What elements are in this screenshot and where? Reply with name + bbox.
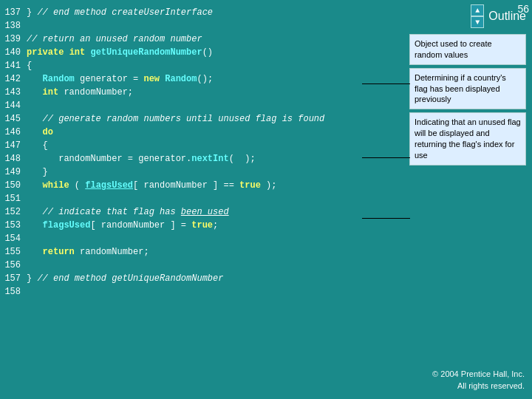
code-line-143: 143 int randomNumber; [0,86,384,99]
code-line-156: 156 [0,259,384,272]
line-num: 137 [0,6,27,19]
code-content [27,99,32,112]
code-line-145: 145 // generate random numbers until unu… [0,112,384,126]
line-num: 143 [0,86,27,99]
line-num: 146 [0,126,27,139]
code-line-147: 147 { [0,139,384,152]
code-line-141: 141 { [0,59,384,72]
code-line-158: 158 [0,285,384,299]
code-content [27,259,32,272]
code-content: // generate random numbers until unused … [27,112,324,126]
code-content: int randomNumber; [27,86,133,99]
code-line-144: 144 [0,99,384,112]
nav-down-arrow[interactable]: ▼ [471,16,484,28]
code-line-148: 148 randomNumber = generator.nextInt( ); [0,152,384,166]
line-num: 147 [0,139,27,152]
code-line-152: 152 // indicate that flag has been used [0,205,384,219]
line-num: 145 [0,112,27,126]
code-content [27,192,32,205]
page-number: 56 [517,3,529,15]
annotation-text-2: Determining if a country's flag has been… [415,73,506,104]
annotation-box-3: Indicating that an unused flag will be d… [409,112,526,165]
code-content: Random generator = new Random(); [27,72,213,86]
code-content [27,232,32,245]
footer-line2: All rights reserved. [432,381,525,392]
line-num: 152 [0,205,27,219]
code-line-137: 137 } // end method createUserInterface [0,6,384,19]
line-num: 153 [0,219,27,232]
code-content: { [27,139,48,152]
code-line-138: 138 [0,19,384,33]
code-content: private int getUniqueRandomNumber() [27,46,213,59]
code-content: flagsUsed[ randomNumber ] = true; [27,219,218,232]
line-num: 150 [0,179,27,192]
line-num: 151 [0,192,27,205]
footer-line1: © 2004 Prentice Hall, Inc. [432,369,525,380]
code-content: return randomNumber; [27,245,149,259]
code-content: do [27,126,53,139]
code-line-157: 157 } // end method getUniqueRandomNumbe… [0,272,384,285]
code-content: // indicate that flag has been used [27,205,229,219]
line-num: 144 [0,99,27,112]
line-num: 141 [0,59,27,72]
code-line-150: 150 while ( flagsUsed[ randomNumber ] ==… [0,179,384,192]
code-line-151: 151 [0,192,384,205]
code-content: } // end method createUserInterface [27,6,213,19]
code-line-139: 139 // return an unused random number [0,33,384,46]
code-content: { [27,59,32,72]
line-num: 139 [0,33,27,46]
line-num: 149 [0,166,27,179]
code-content: } [27,166,48,179]
code-line-155: 155 return randomNumber; [0,245,384,259]
code-content: while ( flagsUsed[ randomNumber ] == tru… [27,179,277,192]
code-content: // return an unused random number [27,33,202,46]
code-line-154: 154 [0,232,384,245]
nav-up-arrow[interactable]: ▲ [471,4,484,16]
code-panel: 137 } // end method createUserInterface … [0,0,384,399]
code-line-142: 142 Random generator = new Random(); [0,72,384,86]
annotation-text-3: Indicating that an unused flag will be d… [415,117,521,160]
code-content [27,19,32,33]
line-num: 154 [0,232,27,245]
code-line-146: 146 do [0,126,384,139]
line-num: 157 [0,272,27,285]
code-line-153: 153 flagsUsed[ randomNumber ] = true; [0,219,384,232]
code-content [27,285,32,299]
annotation-text-1: Object used to create random values [415,39,492,59]
line-num: 158 [0,285,27,299]
line-num: 140 [0,46,27,59]
line-num: 138 [0,19,27,33]
code-content: randomNumber = generator.nextInt( ); [27,152,256,166]
line-num: 156 [0,259,27,272]
code-line-149: 149 } [0,166,384,179]
line-num: 142 [0,72,27,86]
annotation-box-1: Object used to create random values [409,34,526,65]
code-line-140: 140 private int getUniqueRandomNumber() [0,46,384,59]
main-container: 137 } // end method createUserInterface … [0,0,532,399]
nav-arrows: ▲ ▼ [471,4,484,28]
line-num: 148 [0,152,27,166]
annotation-box-2: Determining if a country's flag has been… [409,68,526,110]
outline-header: ▲ ▼ Outline [390,4,526,28]
footer: © 2004 Prentice Hall, Inc. All rights re… [432,369,525,392]
code-content: } // end method getUniqueRandomNumber [27,272,223,285]
sidebar: 56 ▲ ▼ Outline Object used to create ran… [384,0,532,399]
line-num: 155 [0,245,27,259]
